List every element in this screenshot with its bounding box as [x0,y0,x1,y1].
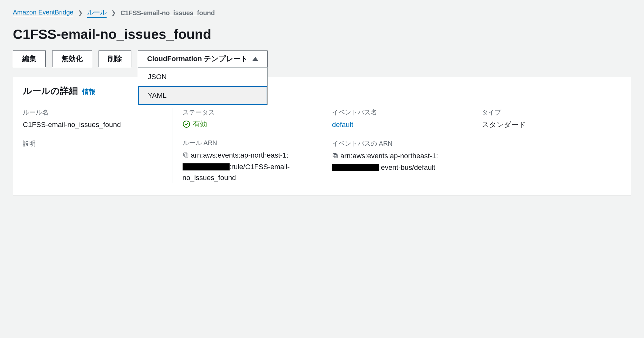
bus-arn-prefix: arn:aws:events:ap-northeast-1: [340,152,438,160]
copy-icon[interactable] [332,151,338,162]
delete-button[interactable]: 削除 [99,50,131,67]
panel-body: ルール名 C1FSS-email-no_issues_found 説明 ステータ… [13,105,631,195]
svg-point-0 [183,121,190,127]
svg-rect-4 [333,153,336,157]
field-status: ステータス 有効 [183,108,313,130]
field-bus-name: イベントバス名 default [332,108,462,130]
cfn-template-label: CloudFormation テンプレート [147,54,248,64]
breadcrumb-rules[interactable]: ルール [87,8,107,18]
field-description: 説明 [23,139,163,148]
svg-rect-3 [334,155,337,158]
label-type: タイプ [482,108,612,117]
field-rule-arn: ルール ARN arn:aws:events:ap-northeast-1::r… [183,139,313,183]
action-row: 編集 無効化 削除 CloudFormation テンプレート JSON YAM… [13,50,631,67]
rule-arn-prefix: arn:aws:events:ap-northeast-1: [191,151,289,159]
field-rule-name: ルール名 C1FSS-email-no_issues_found [23,108,163,130]
breadcrumb-current: C1FSS-email-no_issues_found [120,9,215,17]
value-bus-name[interactable]: default [332,119,462,130]
value-rule-arn: arn:aws:events:ap-northeast-1::rule/C1FS… [183,150,313,183]
dd-item-json[interactable]: JSON [138,68,267,86]
col-2: ステータス 有効 ルール ARN arn:aws:events:ap-north… [173,108,322,183]
info-link[interactable]: 情報 [82,87,95,96]
col-4: タイプ スタンダード [472,108,621,183]
cfn-template-button[interactable]: CloudFormation テンプレート [138,50,268,67]
bus-arn-suffix: :event-bus/default [379,163,435,171]
field-type: タイプ スタンダード [482,108,612,130]
label-description: 説明 [23,139,163,148]
caret-up-icon [252,57,258,61]
status-text: 有効 [193,119,207,129]
svg-rect-2 [184,153,187,156]
redacted [221,163,230,170]
cfn-template-menu: JSON YAML [138,67,268,105]
col-1: ルール名 C1FSS-email-no_issues_found 説明 [23,108,173,183]
rule-details-panel: ルールの詳細 情報 ルール名 C1FSS-email-no_issues_fou… [13,77,631,195]
chevron-right-icon: ❯ [111,9,116,16]
check-circle-icon [183,120,190,128]
dd-item-yaml[interactable]: YAML [138,86,267,105]
label-rule-name: ルール名 [23,108,163,117]
breadcrumb: Amazon EventBridge ❯ ルール ❯ C1FSS-email-n… [13,8,631,18]
chevron-right-icon: ❯ [78,9,83,16]
copy-icon[interactable] [183,151,189,161]
page-title: C1FSS-email-no_issues_found [13,27,631,42]
label-bus-arn: イベントバスの ARN [332,139,462,148]
edit-button[interactable]: 編集 [13,50,46,67]
svg-rect-1 [185,154,188,157]
panel-title: ルールの詳細 [23,85,78,97]
value-type: スタンダード [482,119,612,130]
value-bus-arn: arn:aws:events:ap-northeast-1::event-bus… [332,151,462,173]
redacted [332,164,371,171]
redacted [183,163,221,170]
value-rule-name: C1FSS-email-no_issues_found [23,119,163,130]
label-rule-arn: ルール ARN [183,139,313,147]
redacted [371,164,379,171]
field-bus-arn: イベントバスの ARN arn:aws:events:ap-northeast-… [332,139,462,173]
col-3: イベントバス名 default イベントバスの ARN arn:aws:even… [322,108,472,183]
label-bus-name: イベントバス名 [332,108,462,117]
label-status: ステータス [183,108,313,117]
cfn-template-dropdown: CloudFormation テンプレート JSON YAML [138,50,268,67]
disable-button[interactable]: 無効化 [52,50,92,67]
status-badge: 有効 [183,119,207,129]
breadcrumb-root[interactable]: Amazon EventBridge [13,9,73,17]
panel-header: ルールの詳細 情報 [13,77,631,105]
